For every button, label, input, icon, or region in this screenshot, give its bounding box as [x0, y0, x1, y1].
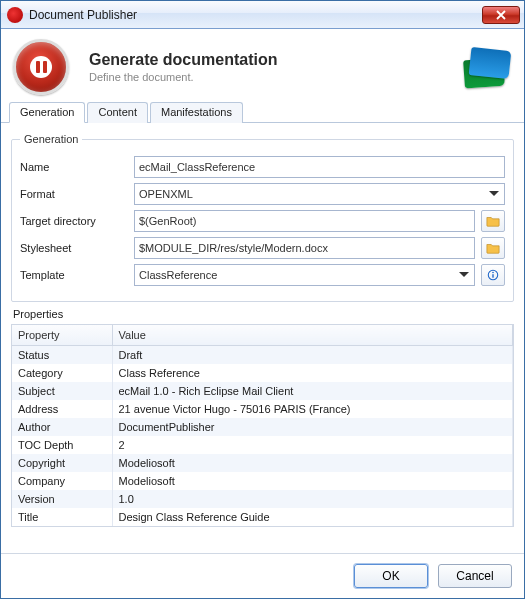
generation-legend: Generation [20, 133, 82, 145]
property-name: TOC Depth [12, 436, 112, 454]
property-value[interactable]: Draft [112, 346, 513, 365]
dialog-subtitle: Define the document. [89, 71, 458, 83]
target-directory-label: Target directory [20, 215, 128, 227]
property-name: Company [12, 472, 112, 490]
format-label: Format [20, 188, 128, 200]
close-button[interactable] [482, 6, 520, 24]
table-row[interactable]: CompanyModeliosoft [12, 472, 513, 490]
properties-label: Properties [13, 308, 514, 320]
property-name: Status [12, 346, 112, 365]
table-row[interactable]: CategoryClass Reference [12, 364, 513, 382]
folder-icon [486, 215, 500, 227]
close-icon [496, 10, 506, 20]
cancel-button[interactable]: Cancel [438, 564, 512, 588]
app-icon [7, 7, 23, 23]
tab-manifestations[interactable]: Manifestations [150, 102, 243, 123]
format-select[interactable] [134, 183, 505, 205]
dialog-title: Generate documentation [89, 51, 458, 69]
svg-point-1 [492, 272, 494, 274]
table-row[interactable]: TitleDesign Class Reference Guide [12, 508, 513, 526]
property-name: Category [12, 364, 112, 382]
property-value[interactable]: 2 [112, 436, 513, 454]
property-value[interactable]: Modeliosoft [112, 454, 513, 472]
tab-bar: Generation Content Manifestations [1, 101, 524, 123]
dialog-header: Generate documentation Define the docume… [1, 29, 524, 97]
tab-content[interactable]: Content [87, 102, 148, 123]
table-row[interactable]: Version1.0 [12, 490, 513, 508]
template-label: Template [20, 269, 128, 281]
info-icon [486, 269, 500, 281]
publisher-logo-icon [13, 39, 69, 95]
table-row[interactable]: AuthorDocumentPublisher [12, 418, 513, 436]
target-directory-input[interactable] [134, 210, 475, 232]
ok-button[interactable]: OK [354, 564, 428, 588]
tab-panel-generation: Generation Name Format Target directory [1, 123, 524, 553]
property-name: Title [12, 508, 112, 526]
table-row[interactable]: Address21 avenue Victor Hugo - 75016 PAR… [12, 400, 513, 418]
table-row[interactable]: TOC Depth2 [12, 436, 513, 454]
property-value[interactable]: DocumentPublisher [112, 418, 513, 436]
dialog-footer: OK Cancel [1, 553, 524, 598]
property-value[interactable]: 21 avenue Victor Hugo - 75016 PARIS (Fra… [112, 400, 513, 418]
property-value[interactable]: Design Class Reference Guide [112, 508, 513, 526]
table-row[interactable]: StatusDraft [12, 346, 513, 365]
property-name: Copyright [12, 454, 112, 472]
properties-col-property[interactable]: Property [12, 325, 112, 346]
property-value[interactable]: 1.0 [112, 490, 513, 508]
property-value[interactable]: Class Reference [112, 364, 513, 382]
stylesheet-label: Stylesheet [20, 242, 128, 254]
svg-rect-2 [492, 274, 493, 278]
property-name: Author [12, 418, 112, 436]
generation-group: Generation Name Format Target directory [11, 133, 514, 302]
browse-stylesheet-button[interactable] [481, 237, 505, 259]
name-input[interactable] [134, 156, 505, 178]
property-name: Address [12, 400, 112, 418]
property-name: Subject [12, 382, 112, 400]
properties-col-value[interactable]: Value [112, 325, 513, 346]
titlebar: Document Publisher [1, 1, 524, 29]
tab-generation[interactable]: Generation [9, 102, 85, 123]
table-row[interactable]: CopyrightModeliosoft [12, 454, 513, 472]
window-title: Document Publisher [29, 8, 482, 22]
template-info-button[interactable] [481, 264, 505, 286]
folder-icon [486, 242, 500, 254]
property-value[interactable]: ecMail 1.0 - Rich Eclipse Mail Client [112, 382, 513, 400]
template-select[interactable] [134, 264, 475, 286]
stylesheet-input[interactable] [134, 237, 475, 259]
property-value[interactable]: Modeliosoft [112, 472, 513, 490]
name-label: Name [20, 161, 128, 173]
table-row[interactable]: SubjectecMail 1.0 - Rich Eclipse Mail Cl… [12, 382, 513, 400]
browse-target-directory-button[interactable] [481, 210, 505, 232]
properties-table: Property Value StatusDraftCategoryClass … [11, 324, 514, 527]
property-name: Version [12, 490, 112, 508]
books-icon [464, 47, 512, 87]
